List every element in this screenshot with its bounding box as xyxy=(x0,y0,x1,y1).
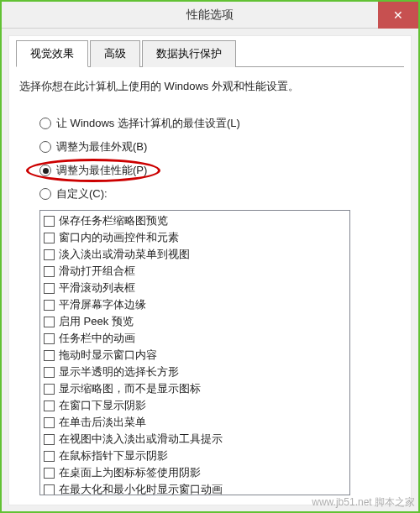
checkbox[interactable] xyxy=(44,468,55,479)
check-row-10[interactable]: 显示缩略图，而不是显示图标 xyxy=(44,380,346,397)
check-label: 保存任务栏缩略图预览 xyxy=(59,213,168,228)
checkbox[interactable] xyxy=(44,350,55,361)
radio-label: 调整为最佳外观(B) xyxy=(56,139,147,154)
checkbox[interactable] xyxy=(44,233,55,243)
tab-1[interactable]: 高级 xyxy=(90,40,140,67)
radio-group: 让 Windows 选择计算机的最佳设置(L)调整为最佳外观(B)调整为最佳性能… xyxy=(16,116,404,202)
check-label: 在桌面上为图标标签使用阴影 xyxy=(59,465,201,480)
performance-options-window: 性能选项 ✕ 视觉效果高级数据执行保护 选择你想在此计算机上使用的 Window… xyxy=(0,0,420,513)
check-label: 任务栏中的动画 xyxy=(59,331,135,346)
check-label: 在视图中淡入淡出或滑动工具提示 xyxy=(59,432,223,447)
radio-row-3[interactable]: 自定义(C): xyxy=(39,186,404,202)
checkbox[interactable] xyxy=(44,266,55,277)
client-area: 视觉效果高级数据执行保护 选择你想在此计算机上使用的 Windows 外观和性能… xyxy=(8,35,412,505)
radio-input[interactable] xyxy=(39,118,51,129)
check-label: 窗口内的动画控件和元素 xyxy=(59,230,179,245)
check-label: 在最大化和最小化时显示窗口动画 xyxy=(59,482,223,495)
check-label: 在鼠标指针下显示阴影 xyxy=(59,448,168,463)
close-button[interactable]: ✕ xyxy=(378,2,418,29)
radio-row-1[interactable]: 调整为最佳外观(B) xyxy=(39,139,404,154)
checkbox[interactable] xyxy=(44,283,55,294)
check-row-7[interactable]: 任务栏中的动画 xyxy=(44,330,346,347)
check-row-16[interactable]: 在最大化和最小化时显示窗口动画 xyxy=(44,481,346,495)
checkbox[interactable] xyxy=(44,417,55,428)
checkbox[interactable] xyxy=(44,451,55,462)
checkbox[interactable] xyxy=(44,317,55,327)
check-row-5[interactable]: 平滑屏幕字体边缘 xyxy=(44,296,346,313)
checkbox[interactable] xyxy=(44,249,55,260)
radio-label: 让 Windows 选择计算机的最佳设置(L) xyxy=(56,116,240,131)
checkbox[interactable] xyxy=(44,384,55,395)
radio-label: 调整为最佳性能(P) xyxy=(56,163,147,178)
check-row-14[interactable]: 在鼠标指针下显示阴影 xyxy=(44,448,346,464)
check-label: 启用 Peek 预览 xyxy=(59,314,134,329)
checkbox[interactable] xyxy=(44,367,55,378)
check-row-9[interactable]: 显示半透明的选择长方形 xyxy=(44,364,346,380)
check-row-13[interactable]: 在视图中淡入淡出或滑动工具提示 xyxy=(44,431,346,448)
tab-0[interactable]: 视觉效果 xyxy=(16,40,88,67)
checkbox[interactable] xyxy=(44,400,55,411)
radio-input[interactable] xyxy=(39,141,51,153)
check-row-8[interactable]: 拖动时显示窗口内容 xyxy=(44,347,346,364)
close-icon: ✕ xyxy=(393,8,403,22)
check-label: 显示缩略图，而不是显示图标 xyxy=(59,381,201,396)
check-row-3[interactable]: 滑动打开组合框 xyxy=(44,263,346,280)
check-label: 滑动打开组合框 xyxy=(59,264,135,279)
check-row-2[interactable]: 淡入淡出或滑动菜单到视图 xyxy=(44,246,346,263)
radio-row-2[interactable]: 调整为最佳性能(P) xyxy=(39,163,404,178)
check-row-12[interactable]: 在单击后淡出菜单 xyxy=(44,414,346,431)
checkbox[interactable] xyxy=(44,484,55,495)
check-label: 在窗口下显示阴影 xyxy=(59,398,146,413)
check-row-1[interactable]: 窗口内的动画控件和元素 xyxy=(44,229,346,246)
check-label: 淡入淡出或滑动菜单到视图 xyxy=(59,247,190,262)
check-label: 显示半透明的选择长方形 xyxy=(59,364,179,380)
checkbox[interactable] xyxy=(44,434,55,445)
check-row-0[interactable]: 保存任务栏缩略图预览 xyxy=(44,212,346,229)
tab-strip: 视觉效果高级数据执行保护 xyxy=(16,39,404,67)
checkbox[interactable] xyxy=(44,300,55,311)
radio-input[interactable] xyxy=(39,188,51,200)
check-row-15[interactable]: 在桌面上为图标标签使用阴影 xyxy=(44,464,346,481)
check-label: 拖动时显示窗口内容 xyxy=(59,348,157,363)
checkbox[interactable] xyxy=(44,333,55,344)
check-row-11[interactable]: 在窗口下显示阴影 xyxy=(44,397,346,414)
check-label: 平滑屏幕字体边缘 xyxy=(59,297,146,312)
check-label: 平滑滚动列表框 xyxy=(59,280,135,296)
radio-label: 自定义(C): xyxy=(56,186,108,202)
radio-row-0[interactable]: 让 Windows 选择计算机的最佳设置(L) xyxy=(39,116,404,131)
effects-checklist[interactable]: 保存任务栏缩略图预览窗口内的动画控件和元素淡入淡出或滑动菜单到视图滑动打开组合框… xyxy=(39,210,350,495)
titlebar: 性能选项 ✕ xyxy=(2,2,418,29)
tab-2[interactable]: 数据执行保护 xyxy=(142,40,236,67)
intro-text: 选择你想在此计算机上使用的 Windows 外观和性能设置。 xyxy=(16,79,404,94)
check-row-6[interactable]: 启用 Peek 预览 xyxy=(44,313,346,330)
check-label: 在单击后淡出菜单 xyxy=(59,415,146,430)
check-row-4[interactable]: 平滑滚动列表框 xyxy=(44,280,346,296)
radio-input[interactable] xyxy=(39,165,51,176)
checkbox[interactable] xyxy=(44,216,55,227)
window-title: 性能选项 xyxy=(186,8,234,23)
